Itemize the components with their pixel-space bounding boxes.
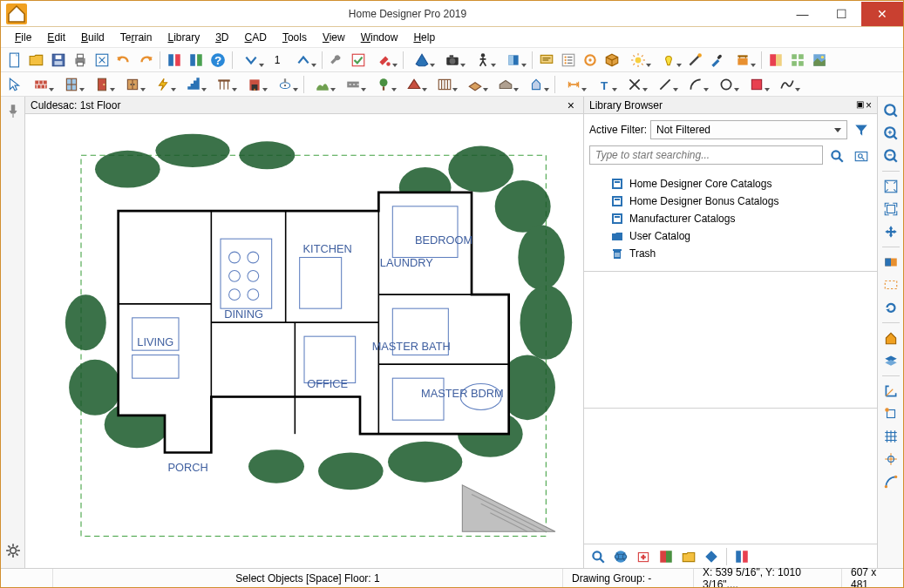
view-render-button[interactable] (809, 50, 830, 71)
fill-window-icon[interactable] (880, 176, 901, 197)
menu-edit[interactable]: Edit (40, 30, 72, 45)
lib-swatch-icon[interactable] (656, 546, 676, 567)
snap-grid-icon[interactable] (880, 426, 901, 447)
pan-icon[interactable] (880, 221, 901, 242)
tree-item[interactable]: Home Designer Core Catalogs (589, 175, 872, 193)
fit-icon[interactable] (880, 199, 901, 220)
save-button[interactable] (48, 50, 69, 71)
check-button[interactable] (348, 50, 369, 71)
match-button[interactable] (684, 50, 705, 71)
perspective-button[interactable] (407, 50, 437, 71)
text-button[interactable]: T (589, 74, 619, 95)
snap-object-icon[interactable] (880, 403, 901, 424)
open-file-button[interactable] (26, 50, 47, 71)
view-tile-button[interactable] (787, 50, 808, 71)
tree-item[interactable]: Manufacturer Catalogs (589, 210, 872, 227)
cut-button[interactable] (92, 50, 112, 71)
tree-item[interactable]: Home Designer Bonus Catalogs (589, 193, 872, 210)
walk-button[interactable] (468, 50, 498, 71)
layers-icon[interactable] (880, 350, 901, 371)
color-toggle-icon[interactable] (880, 252, 901, 273)
minimize-button[interactable]: — (783, 2, 822, 26)
window-button[interactable] (57, 74, 86, 95)
pin-icon[interactable] (3, 100, 24, 121)
tool-wrench-button[interactable] (326, 50, 347, 71)
material-list-button[interactable] (558, 50, 579, 71)
close-button[interactable]: ✕ (861, 2, 903, 26)
snap-angle-icon[interactable] (880, 381, 901, 402)
print-button[interactable] (70, 50, 91, 71)
lib-search-icon[interactable] (588, 546, 608, 567)
object-button[interactable] (602, 50, 622, 71)
zoom-out-icon[interactable] (880, 145, 901, 166)
framing-button[interactable] (430, 74, 459, 95)
search-button[interactable] (826, 145, 847, 166)
floor-button[interactable] (460, 74, 490, 95)
sun-button[interactable] (623, 50, 653, 71)
library-search-input[interactable] (589, 145, 823, 165)
document-close-button[interactable]: × (564, 98, 578, 112)
camera-button[interactable] (438, 50, 467, 71)
zoom-in-icon[interactable] (880, 123, 901, 144)
new-file-button[interactable] (4, 50, 25, 71)
menu-terrain[interactable]: Terrain (113, 30, 160, 45)
terrain-button[interactable] (308, 74, 337, 95)
line-button[interactable] (650, 74, 680, 95)
menu-3d[interactable]: 3D (208, 30, 235, 45)
floor-up-button[interactable] (289, 50, 318, 71)
electrical-button[interactable] (148, 74, 178, 95)
dimension-button[interactable] (559, 74, 588, 95)
spline-button[interactable] (772, 74, 802, 95)
paint-button[interactable] (370, 50, 399, 71)
railing-button[interactable] (209, 74, 239, 95)
menu-build[interactable]: Build (74, 30, 112, 45)
undo-button[interactable] (113, 50, 134, 71)
arc-tool-icon[interactable] (880, 471, 901, 492)
settings-icon[interactable] (3, 540, 24, 561)
menu-tools[interactable]: Tools (275, 30, 314, 45)
door-button[interactable] (87, 74, 117, 95)
filter-funnel-button[interactable] (851, 119, 872, 140)
foundation-button[interactable] (491, 74, 520, 95)
plant-button[interactable] (369, 74, 398, 95)
stair-button[interactable] (179, 74, 208, 95)
help-button[interactable]: ? (207, 50, 228, 71)
wall-button[interactable] (26, 74, 56, 95)
menu-cad[interactable]: CAD (238, 30, 274, 45)
maximize-button[interactable]: ☐ (822, 2, 861, 26)
lib-panel-icon[interactable] (731, 546, 752, 567)
library-toggle-button[interactable] (164, 50, 185, 71)
light-button[interactable] (654, 50, 683, 71)
object-snap-button[interactable] (580, 50, 601, 71)
road-button[interactable] (338, 74, 368, 95)
tree-item[interactable]: Trash (589, 245, 872, 262)
lib-diamond-icon[interactable] (701, 546, 722, 567)
dormer-button[interactable] (521, 74, 551, 95)
fixture-button[interactable] (270, 74, 300, 95)
arc-button[interactable] (681, 74, 710, 95)
roof-button[interactable] (399, 74, 429, 95)
search-folder-button[interactable] (851, 145, 872, 166)
cross-section-button[interactable] (499, 50, 528, 71)
floorplan-canvas[interactable]: LIVING DINING KITCHEN LAUNDRY BEDROOM OF… (25, 114, 583, 568)
annotation-button[interactable] (536, 50, 557, 71)
tree-item[interactable]: User Catalog (589, 227, 872, 245)
project-toggle-button[interactable] (186, 50, 207, 71)
view-floor-button[interactable] (765, 50, 786, 71)
refresh-icon[interactable] (880, 297, 901, 318)
panel-close-icon[interactable]: × (866, 99, 872, 112)
panel-float-icon[interactable]: ▣ (856, 99, 864, 112)
menu-view[interactable]: View (316, 30, 352, 45)
eyedropper-button[interactable] (706, 50, 727, 71)
marker-button[interactable] (620, 74, 649, 95)
select-button[interactable] (4, 74, 25, 95)
house-icon[interactable] (880, 328, 901, 348)
menu-file[interactable]: File (8, 30, 38, 45)
menu-library[interactable]: Library (160, 30, 207, 45)
zoom-icon[interactable] (880, 100, 901, 121)
circle-button[interactable] (711, 74, 741, 95)
lib-globe-icon[interactable] (610, 546, 631, 567)
menu-window[interactable]: Window (354, 30, 405, 45)
crosshair-icon[interactable] (880, 449, 901, 470)
lib-add-icon[interactable] (633, 546, 654, 567)
